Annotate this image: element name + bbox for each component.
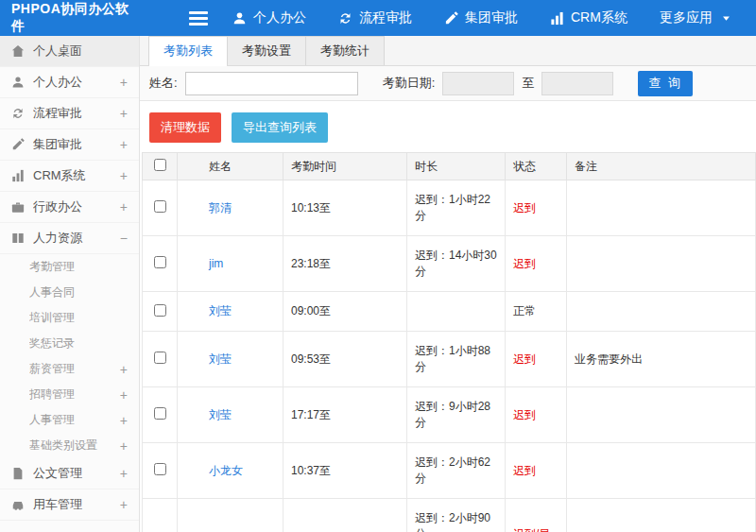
- duration: 迟到：9小时28分: [415, 399, 497, 431]
- topnav-group-approval[interactable]: 集团审批: [444, 9, 518, 26]
- filter-bar: 姓名: 考勤日期: 至 查 询: [140, 66, 756, 101]
- tab-attendance-list[interactable]: 考勤列表: [148, 36, 228, 65]
- tab-attendance-settings[interactable]: 考勤设置: [227, 36, 306, 65]
- expand-icon[interactable]: +: [120, 168, 128, 183]
- row-checkbox[interactable]: [154, 256, 166, 268]
- attendance-time: 09:53至: [284, 332, 407, 387]
- expand-icon[interactable]: +: [120, 497, 128, 512]
- duration: 迟到：14小时30分: [415, 248, 497, 280]
- user-icon: [232, 11, 247, 26]
- expand-icon[interactable]: +: [120, 362, 128, 377]
- sidebar-item-crm-system[interactable]: CRM系统 +: [0, 161, 139, 192]
- edit-icon: [11, 138, 25, 151]
- row-checkbox[interactable]: [154, 352, 166, 364]
- sidebar-subitem-training-management[interactable]: 培训管理: [0, 305, 139, 331]
- table-row: 郭清 10:13至 迟到：1小时22分 迟到: [143, 180, 756, 236]
- duration: 迟到：1小时22分: [415, 192, 497, 224]
- sidebar-subitem-attendance-management[interactable]: 考勤管理: [0, 254, 139, 280]
- table-row: 刘莹 09:00至 正常: [143, 292, 756, 332]
- briefcase-icon: [11, 200, 25, 214]
- date-from-input[interactable]: [442, 72, 514, 95]
- home-icon: [11, 44, 25, 58]
- table-header-row: 姓名 考勤时间 时长 状态 备注: [143, 153, 756, 180]
- expand-icon[interactable]: +: [120, 413, 128, 428]
- app-title: PHPOA协同办公软件: [0, 1, 140, 35]
- status-badge: 迟到: [513, 257, 536, 270]
- employee-name-link[interactable]: 小龙女: [209, 464, 243, 477]
- chart-icon: [550, 11, 564, 26]
- sidebar-subitem-salary-management[interactable]: 薪资管理 +: [0, 356, 139, 382]
- duration: 迟到：2小时90分: [415, 510, 497, 532]
- sidebar-subitem-personnel-management[interactable]: 人事管理 +: [0, 407, 139, 433]
- date-to-label: 至: [522, 75, 534, 92]
- row-checkbox[interactable]: [154, 200, 166, 213]
- flow-icon: [11, 107, 25, 120]
- tab-attendance-statistics[interactable]: 考勤统计: [305, 36, 385, 65]
- row-checkbox[interactable]: [154, 304, 166, 317]
- collapse-icon[interactable]: −: [120, 231, 128, 246]
- employee-name-link[interactable]: jim: [209, 257, 223, 270]
- topnav-workflow-approval[interactable]: 流程审批: [338, 9, 412, 26]
- tab-bar: 考勤列表 考勤设置 考勤统计: [140, 36, 756, 66]
- row-checkbox[interactable]: [154, 407, 166, 420]
- sidebar-item-workflow-approval[interactable]: 流程审批 +: [0, 98, 139, 129]
- main-content: 考勤列表 考勤设置 考勤统计 姓名: 考勤日期: 至 查 询 清理数据 导出查询…: [140, 36, 756, 532]
- sidebar-subitem-reward-punishment[interactable]: 奖惩记录: [0, 331, 139, 356]
- attendance-time: 10:37至: [284, 443, 407, 499]
- note: 业务需要外出: [567, 332, 756, 387]
- topnav-personal-office[interactable]: 个人办公: [232, 9, 306, 26]
- topnav-label: 更多应用: [660, 9, 713, 26]
- sidebar-subitem-base-category-settings[interactable]: 基础类别设置 +: [0, 433, 139, 458]
- expand-icon[interactable]: +: [120, 199, 128, 215]
- chart-icon: [11, 169, 25, 182]
- duration: 迟到：2小时62分: [415, 455, 497, 487]
- name-filter-label: 姓名:: [149, 75, 178, 92]
- note: 1111: [567, 499, 756, 532]
- export-list-button[interactable]: 导出查询列表: [232, 112, 328, 143]
- sidebar-subitem-recruitment-management[interactable]: 招聘管理 +: [0, 382, 139, 407]
- edit-icon: [444, 11, 458, 26]
- attendance-time: 10:13至: [284, 180, 407, 236]
- topbar: PHPOA协同办公软件 个人办公 流程审批 集团审批 CRM系统 更多应用: [0, 0, 756, 36]
- expand-icon[interactable]: +: [120, 137, 128, 152]
- employee-name-link[interactable]: 刘莹: [209, 408, 232, 421]
- sidebar-item-vehicle-management[interactable]: 用车管理 +: [0, 489, 139, 521]
- note: [567, 292, 756, 332]
- topnav-crm-system[interactable]: CRM系统: [550, 9, 627, 26]
- attendance-time: 17:17至: [284, 387, 407, 443]
- date-to-input[interactable]: [541, 72, 613, 95]
- topnav-label: CRM系统: [571, 9, 627, 26]
- header-status: 状态: [506, 153, 567, 180]
- menu-toggle-icon[interactable]: [189, 9, 208, 28]
- row-checkbox[interactable]: [154, 463, 166, 475]
- name-filter-input[interactable]: [185, 72, 358, 95]
- clear-data-button[interactable]: 清理数据: [149, 112, 221, 143]
- expand-icon[interactable]: +: [120, 466, 128, 481]
- sidebar-subitem-personnel-contract[interactable]: 人事合同: [0, 280, 139, 305]
- expand-icon[interactable]: +: [120, 387, 128, 403]
- sidebar-item-admin-office[interactable]: 行政办公 +: [0, 192, 139, 223]
- search-button[interactable]: 查 询: [638, 71, 693, 96]
- sidebar-item-human-resources[interactable]: 人力资源 −: [0, 223, 139, 254]
- sidebar-item-personal-office[interactable]: 个人办公 +: [0, 67, 139, 98]
- book-icon: [11, 232, 25, 245]
- attendance-table-wrap: 姓名 考勤时间 时长 状态 备注 郭清 10:13至 迟到：1小时22分 迟到: [140, 152, 756, 532]
- status-badge: 正常: [513, 304, 536, 317]
- employee-name-link[interactable]: 刘莹: [209, 352, 232, 366]
- expand-icon[interactable]: +: [120, 75, 128, 90]
- attendance-time: 09:00至: [284, 292, 407, 332]
- select-all-checkbox[interactable]: [154, 159, 166, 171]
- note: [567, 236, 756, 292]
- employee-name-link[interactable]: 郭清: [209, 201, 232, 215]
- status-badge: 迟到: [513, 352, 536, 366]
- action-bar: 清理数据 导出查询列表: [140, 101, 756, 152]
- doc-icon: [11, 467, 25, 480]
- employee-name-link[interactable]: 刘莹: [209, 304, 232, 317]
- sidebar-item-personal-desktop[interactable]: 个人桌面: [0, 36, 139, 67]
- expand-icon[interactable]: +: [120, 438, 128, 454]
- sidebar-item-group-approval[interactable]: 集团审批 +: [0, 129, 139, 161]
- expand-icon[interactable]: +: [120, 106, 128, 121]
- sidebar-item-document-management[interactable]: 公文管理 +: [0, 458, 139, 489]
- top-navigation: 个人办公 流程审批 集团审批 CRM系统 更多应用: [232, 9, 731, 26]
- topnav-more-apps[interactable]: 更多应用: [660, 9, 731, 26]
